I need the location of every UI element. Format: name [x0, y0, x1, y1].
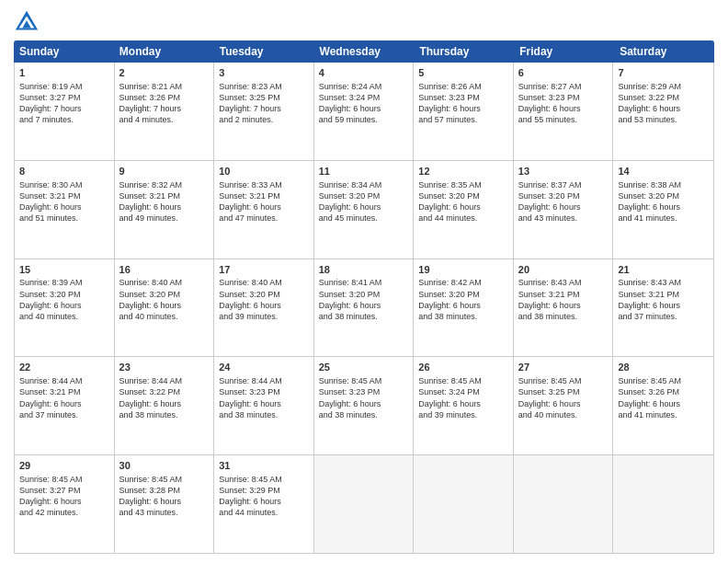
day-number: 6 [518, 66, 609, 80]
calendar-cell: 4Sunrise: 8:24 AM Sunset: 3:24 PM Daylig… [314, 63, 415, 160]
cell-info: Sunrise: 8:45 AM Sunset: 3:24 PM Dayligh… [418, 375, 508, 420]
cell-info: Sunrise: 8:24 AM Sunset: 3:24 PM Dayligh… [319, 81, 409, 126]
calendar-cell [613, 455, 713, 553]
day-header-monday: Monday [114, 40, 214, 63]
calendar-cell: 25Sunrise: 8:45 AM Sunset: 3:23 PM Dayli… [314, 357, 415, 454]
cell-info: Sunrise: 8:45 AM Sunset: 3:29 PM Dayligh… [219, 474, 309, 519]
day-number: 26 [418, 361, 508, 374]
day-header-saturday: Saturday [614, 40, 714, 63]
calendar-week-2: 8Sunrise: 8:30 AM Sunset: 3:21 PM Daylig… [15, 161, 713, 259]
cell-info: Sunrise: 8:26 AM Sunset: 3:23 PM Dayligh… [418, 81, 508, 126]
day-number: 14 [618, 165, 709, 178]
cell-info: Sunrise: 8:45 AM Sunset: 3:25 PM Dayligh… [518, 375, 609, 420]
calendar-cell: 27Sunrise: 8:45 AM Sunset: 3:25 PM Dayli… [514, 357, 614, 454]
calendar-cell: 13Sunrise: 8:37 AM Sunset: 3:20 PM Dayli… [514, 161, 614, 259]
calendar-cell: 8Sunrise: 8:30 AM Sunset: 3:21 PM Daylig… [15, 161, 115, 259]
day-header-wednesday: Wednesday [314, 40, 415, 63]
day-header-friday: Friday [514, 40, 614, 63]
cell-info: Sunrise: 8:38 AM Sunset: 3:20 PM Dayligh… [618, 179, 709, 224]
calendar-cell: 5Sunrise: 8:26 AM Sunset: 3:23 PM Daylig… [414, 63, 514, 160]
day-number: 18 [319, 263, 409, 277]
day-number: 24 [219, 361, 309, 374]
calendar-cell: 30Sunrise: 8:45 AM Sunset: 3:28 PM Dayli… [115, 455, 215, 553]
day-number: 29 [19, 459, 109, 473]
calendar-cell [314, 455, 415, 553]
cell-info: Sunrise: 8:41 AM Sunset: 3:20 PM Dayligh… [319, 277, 409, 322]
day-number: 19 [418, 263, 508, 277]
calendar-cell: 11Sunrise: 8:34 AM Sunset: 3:20 PM Dayli… [314, 161, 415, 259]
calendar-cell: 19Sunrise: 8:42 AM Sunset: 3:20 PM Dayli… [414, 259, 514, 357]
day-number: 1 [19, 66, 109, 80]
calendar-cell: 17Sunrise: 8:40 AM Sunset: 3:20 PM Dayli… [214, 259, 314, 357]
day-number: 20 [518, 263, 609, 277]
cell-info: Sunrise: 8:44 AM Sunset: 3:23 PM Dayligh… [219, 375, 309, 420]
calendar-cell: 16Sunrise: 8:40 AM Sunset: 3:20 PM Dayli… [115, 259, 215, 357]
cell-info: Sunrise: 8:40 AM Sunset: 3:20 PM Dayligh… [219, 277, 309, 322]
day-number: 2 [119, 66, 210, 80]
cell-info: Sunrise: 8:29 AM Sunset: 3:22 PM Dayligh… [618, 81, 709, 126]
cell-info: Sunrise: 8:45 AM Sunset: 3:26 PM Dayligh… [618, 375, 709, 420]
day-number: 25 [319, 361, 409, 374]
logo-icon [14, 9, 40, 35]
calendar-cell: 31Sunrise: 8:45 AM Sunset: 3:29 PM Dayli… [214, 455, 314, 553]
calendar: SundayMondayTuesdayWednesdayThursdayFrid… [14, 40, 714, 554]
day-number: 15 [19, 263, 109, 277]
calendar-cell: 22Sunrise: 8:44 AM Sunset: 3:21 PM Dayli… [15, 357, 115, 454]
day-number: 9 [119, 165, 210, 178]
cell-info: Sunrise: 8:45 AM Sunset: 3:23 PM Dayligh… [319, 375, 409, 420]
day-header-tuesday: Tuesday [214, 40, 314, 63]
day-header-thursday: Thursday [414, 40, 514, 63]
calendar-body: 1Sunrise: 8:19 AM Sunset: 3:27 PM Daylig… [14, 63, 714, 554]
calendar-cell: 26Sunrise: 8:45 AM Sunset: 3:24 PM Dayli… [414, 357, 514, 454]
cell-info: Sunrise: 8:21 AM Sunset: 3:26 PM Dayligh… [119, 81, 210, 126]
cell-info: Sunrise: 8:45 AM Sunset: 3:28 PM Dayligh… [119, 474, 210, 519]
day-number: 11 [319, 165, 409, 178]
calendar-cell: 21Sunrise: 8:43 AM Sunset: 3:21 PM Dayli… [613, 259, 713, 357]
header [14, 9, 714, 35]
calendar-week-4: 22Sunrise: 8:44 AM Sunset: 3:21 PM Dayli… [15, 357, 713, 455]
day-number: 4 [319, 66, 409, 80]
calendar-cell: 15Sunrise: 8:39 AM Sunset: 3:20 PM Dayli… [15, 259, 115, 357]
cell-info: Sunrise: 8:33 AM Sunset: 3:21 PM Dayligh… [219, 179, 309, 224]
cell-info: Sunrise: 8:44 AM Sunset: 3:21 PM Dayligh… [19, 375, 109, 420]
cell-info: Sunrise: 8:43 AM Sunset: 3:21 PM Dayligh… [618, 277, 709, 322]
calendar-cell: 24Sunrise: 8:44 AM Sunset: 3:23 PM Dayli… [214, 357, 314, 454]
cell-info: Sunrise: 8:39 AM Sunset: 3:20 PM Dayligh… [19, 277, 109, 322]
calendar-cell [514, 455, 614, 553]
day-number: 12 [418, 165, 508, 178]
calendar-cell: 28Sunrise: 8:45 AM Sunset: 3:26 PM Dayli… [613, 357, 713, 454]
page: SundayMondayTuesdayWednesdayThursdayFrid… [0, 0, 728, 563]
day-number: 17 [219, 263, 309, 277]
cell-info: Sunrise: 8:32 AM Sunset: 3:21 PM Dayligh… [119, 179, 210, 224]
day-header-sunday: Sunday [14, 40, 114, 63]
day-number: 30 [119, 459, 210, 473]
day-number: 22 [19, 361, 109, 374]
day-number: 8 [19, 165, 109, 178]
day-number: 5 [418, 66, 508, 80]
calendar-cell: 1Sunrise: 8:19 AM Sunset: 3:27 PM Daylig… [15, 63, 115, 160]
calendar-cell: 29Sunrise: 8:45 AM Sunset: 3:27 PM Dayli… [15, 455, 115, 553]
calendar-cell [414, 455, 514, 553]
day-number: 31 [219, 459, 309, 473]
calendar-header: SundayMondayTuesdayWednesdayThursdayFrid… [14, 40, 714, 63]
cell-info: Sunrise: 8:40 AM Sunset: 3:20 PM Dayligh… [119, 277, 210, 322]
day-number: 7 [618, 66, 709, 80]
cell-info: Sunrise: 8:43 AM Sunset: 3:21 PM Dayligh… [518, 277, 609, 322]
cell-info: Sunrise: 8:35 AM Sunset: 3:20 PM Dayligh… [418, 179, 508, 224]
day-number: 27 [518, 361, 609, 374]
calendar-cell: 3Sunrise: 8:23 AM Sunset: 3:25 PM Daylig… [214, 63, 314, 160]
calendar-week-5: 29Sunrise: 8:45 AM Sunset: 3:27 PM Dayli… [15, 455, 713, 553]
calendar-cell: 6Sunrise: 8:27 AM Sunset: 3:23 PM Daylig… [514, 63, 614, 160]
day-number: 28 [618, 361, 709, 374]
calendar-cell: 9Sunrise: 8:32 AM Sunset: 3:21 PM Daylig… [115, 161, 215, 259]
cell-info: Sunrise: 8:44 AM Sunset: 3:22 PM Dayligh… [119, 375, 210, 420]
cell-info: Sunrise: 8:34 AM Sunset: 3:20 PM Dayligh… [319, 179, 409, 224]
cell-info: Sunrise: 8:45 AM Sunset: 3:27 PM Dayligh… [19, 474, 109, 519]
cell-info: Sunrise: 8:19 AM Sunset: 3:27 PM Dayligh… [19, 81, 109, 126]
cell-info: Sunrise: 8:30 AM Sunset: 3:21 PM Dayligh… [19, 179, 109, 224]
calendar-week-3: 15Sunrise: 8:39 AM Sunset: 3:20 PM Dayli… [15, 259, 713, 358]
day-number: 21 [618, 263, 709, 277]
cell-info: Sunrise: 8:37 AM Sunset: 3:20 PM Dayligh… [518, 179, 609, 224]
calendar-cell: 12Sunrise: 8:35 AM Sunset: 3:20 PM Dayli… [414, 161, 514, 259]
calendar-cell: 20Sunrise: 8:43 AM Sunset: 3:21 PM Dayli… [514, 259, 614, 357]
